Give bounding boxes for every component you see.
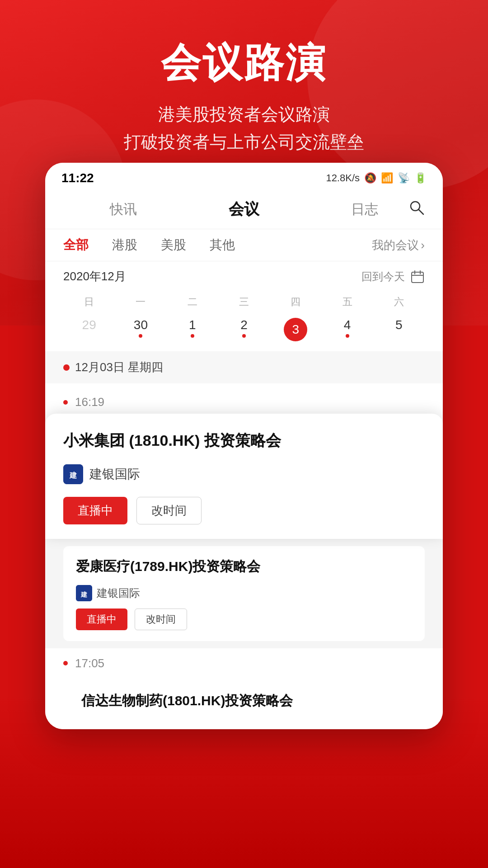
meeting-title-1: 小米集团 (1810.HK) 投资策略会	[63, 430, 425, 452]
filter-all[interactable]: 全部	[63, 236, 89, 254]
action-btns-2: 直播中 改时间	[76, 609, 412, 630]
cal-day-29[interactable]: 29	[63, 312, 115, 347]
date-indicator-dot	[63, 364, 70, 371]
weekday-wed: 三	[218, 292, 270, 312]
live-button-2[interactable]: 直播中	[76, 609, 127, 630]
svg-rect-2	[412, 272, 423, 283]
date-text: 12月03日 星期四	[75, 359, 163, 375]
weekday-sat: 六	[373, 292, 425, 312]
wifi-icon: 📡	[398, 172, 410, 184]
reschedule-button-2[interactable]: 改时间	[135, 609, 187, 630]
timeline-dot-3	[63, 661, 68, 665]
page-title: 会议路演	[161, 36, 327, 90]
time-label-1: 16:19	[75, 395, 104, 409]
meeting-list-section: 爱康医疗(1789.HK)投资策略会 建 建银国际 直播中 改时间	[45, 539, 443, 648]
cal-day-30[interactable]: 30	[115, 312, 166, 347]
cal-day-3-selected[interactable]: 3	[270, 312, 321, 347]
speed-indicator: 12.8K/s	[326, 172, 360, 184]
weekday-fri: 五	[321, 292, 373, 312]
weekday-thu: 四	[270, 292, 321, 312]
org-name-1: 建银国际	[89, 466, 140, 483]
weekday-mon: 一	[115, 292, 166, 312]
search-icon[interactable]	[408, 199, 425, 220]
action-btns-1: 直播中 改时间	[63, 497, 425, 524]
weekday-tue: 二	[167, 292, 218, 312]
org-row-1: 建 建银国际	[63, 464, 425, 484]
live-button-1[interactable]: 直播中	[63, 497, 127, 524]
filter-hk[interactable]: 港股	[112, 236, 137, 254]
svg-text:建: 建	[69, 472, 77, 479]
tab-meeting[interactable]: 会议	[184, 194, 305, 224]
org-logo-2: 建	[76, 585, 92, 601]
silent-icon: 🔕	[364, 172, 376, 184]
svg-point-0	[411, 202, 420, 211]
meeting-card-2: 爱康医疗(1789.HK)投资策略会 建 建银国际 直播中 改时间	[63, 546, 425, 641]
svg-text:建: 建	[80, 591, 87, 598]
org-name-2: 建银国际	[97, 586, 140, 600]
meeting-card-1: 小米集团 (1810.HK) 投资策略会 建 建银国际 直播中 改时间	[45, 414, 443, 539]
filter-tabs: 全部 港股 美股 其他 我的会议 ›	[45, 229, 443, 261]
today-button[interactable]: 回到今天	[361, 269, 425, 284]
status-bar: 11:22 12.8K/s 🔕 📶 📡 🔋	[45, 163, 443, 190]
battery-icon: 🔋	[414, 172, 427, 184]
cal-day-1[interactable]: 1	[167, 312, 218, 347]
date-label: 12月03日 星期四	[45, 351, 443, 383]
svg-line-1	[419, 210, 423, 214]
chevron-right-icon: ›	[421, 238, 425, 252]
timeline-dot-1	[63, 400, 68, 405]
calendar: 2020年12月 回到今天 日 一 二 三 四 五 六	[45, 261, 443, 351]
org-row-2: 建 建银国际	[76, 585, 412, 601]
tab-news[interactable]: 快讯	[63, 196, 184, 223]
cal-day-5[interactable]: 5	[373, 312, 425, 347]
my-meeting-btn[interactable]: 我的会议 ›	[372, 237, 425, 253]
filter-other[interactable]: 其他	[210, 236, 235, 254]
weekday-sun: 日	[63, 292, 115, 312]
nav-tabs: 快讯 会议 日志	[45, 190, 443, 229]
tab-log[interactable]: 日志	[304, 196, 425, 223]
status-time: 11:22	[61, 171, 94, 185]
meeting-title-2: 爱康医疗(1789.HK)投资策略会	[76, 557, 412, 576]
calendar-month: 2020年12月	[63, 269, 126, 284]
filter-us[interactable]: 美股	[161, 236, 186, 254]
signal-icon: 📶	[381, 172, 393, 184]
status-icons: 12.8K/s 🔕 📶 📡 🔋	[326, 172, 427, 184]
org-logo-1: 建	[63, 464, 83, 484]
hero-subtitle: 港美股投资者会议路演 打破投资者与上市公司交流壁垒	[124, 101, 364, 156]
cal-day-2[interactable]: 2	[218, 312, 270, 347]
cal-day-4[interactable]: 4	[321, 312, 373, 347]
reschedule-button-1[interactable]: 改时间	[136, 497, 202, 524]
time-label-3: 17:05	[75, 656, 104, 670]
meeting-title-3: 信达生物制药(1801.HK)投资策略会	[63, 682, 425, 715]
